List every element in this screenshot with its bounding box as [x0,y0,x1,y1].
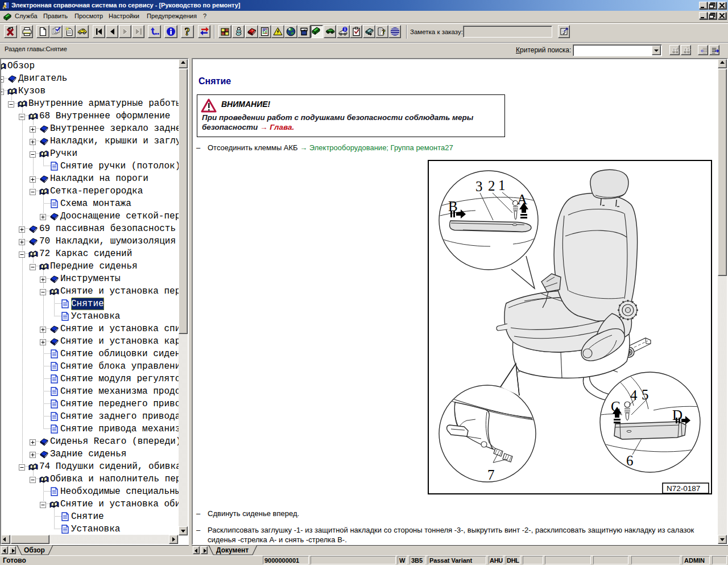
svg-text:6: 6 [626,453,634,468]
svg-text:D: D [672,407,682,423]
svg-text:?: ? [185,27,191,36]
svg-text:1: 1 [498,178,506,193]
svg-text:C: C [611,399,621,414]
svg-text:2: 2 [488,178,495,193]
svg-text:B: B [448,199,458,214]
svg-text:4: 4 [630,387,638,403]
svg-text:?: ? [382,27,386,36]
svg-text:3: 3 [475,179,483,194]
svg-text:A: A [517,192,527,207]
svg-text:7: 7 [487,467,495,482]
svg-text:N72-0187: N72-0187 [667,484,700,493]
svg-text:5: 5 [642,387,649,402]
